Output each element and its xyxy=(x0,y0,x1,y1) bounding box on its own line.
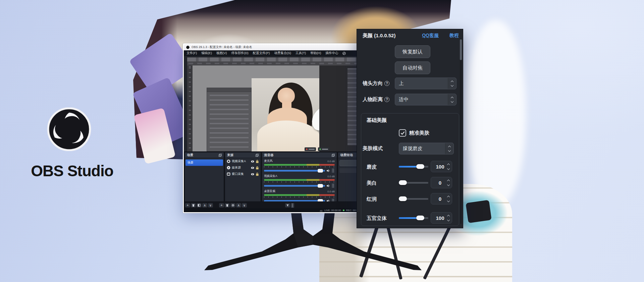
menu-help[interactable]: 帮助(H) xyxy=(310,51,321,55)
select-spinner-icon[interactable] xyxy=(445,143,453,154)
facial-3d-spinbox[interactable]: 100 xyxy=(431,212,452,224)
smoothing-slider[interactable] xyxy=(399,166,428,168)
scene-filters-button[interactable] xyxy=(197,203,202,207)
help-icon[interactable]: ? xyxy=(384,81,389,86)
panel-scrollbar[interactable] xyxy=(460,39,462,224)
meter-ticks xyxy=(264,196,335,198)
scene-down-button[interactable]: ∨ xyxy=(208,203,213,207)
slider-handle[interactable] xyxy=(399,180,407,185)
lens-direction-select[interactable]: 上 xyxy=(395,78,457,89)
precise-skin-label: 精准美肤 xyxy=(409,130,429,136)
eye-icon[interactable] xyxy=(251,166,254,170)
lock-icon[interactable] xyxy=(256,166,259,170)
captured-app-dialog xyxy=(207,88,252,151)
help-icon[interactable]: ? xyxy=(384,97,389,102)
spin-arrows-icon[interactable] xyxy=(447,196,449,202)
captured-app-tab-chip-1 xyxy=(305,147,316,151)
slider-handle[interactable] xyxy=(399,196,407,201)
menu-edit[interactable]: 编辑(E) xyxy=(201,51,212,55)
meter-ticks xyxy=(264,181,335,183)
scrollbar-thumb[interactable] xyxy=(460,39,462,60)
red-dot-icon xyxy=(306,148,308,150)
tutorial-link[interactable]: 教程 xyxy=(449,33,459,39)
mixer-meter: 桌面音频 0.0 dB xyxy=(262,188,337,202)
add-scene-button[interactable]: + xyxy=(185,203,190,207)
mixer-options-icon[interactable] xyxy=(331,183,335,188)
volume-slider[interactable] xyxy=(264,170,325,172)
skin-mode-select[interactable]: 朦胧磨皮 xyxy=(399,143,454,154)
menu-docks[interactable]: 停靠部件(D) xyxy=(231,51,248,55)
smoothing-spinbox[interactable]: 100 xyxy=(431,161,452,172)
spin-arrows-icon[interactable] xyxy=(447,164,449,170)
menu-plugin-center[interactable]: 插件中心 xyxy=(325,51,338,55)
menu-scene-collection[interactable]: 场景集合(S) xyxy=(274,51,291,55)
volume-handle[interactable] xyxy=(318,199,323,202)
spin-arrows-icon[interactable] xyxy=(447,215,449,221)
mixer-filter-button[interactable] xyxy=(285,203,290,207)
volume-slider[interactable] xyxy=(264,200,325,202)
eye-icon[interactable] xyxy=(251,173,254,176)
autofocus-button[interactable]: 自动对焦 xyxy=(395,61,430,74)
obs-preview-area[interactable] xyxy=(184,56,365,151)
mixer-options-icon[interactable] xyxy=(331,198,335,202)
speaker-icon[interactable] xyxy=(326,169,330,173)
add-source-button[interactable]: + xyxy=(219,203,224,207)
whitening-slider[interactable] xyxy=(399,182,428,184)
precise-skin-checkbox[interactable] xyxy=(399,129,406,137)
speaker-icon[interactable] xyxy=(326,184,330,188)
source-row[interactable]: 媒体源 xyxy=(225,164,261,171)
obs-title-bar[interactable]: OBS 29.1.3 - 配置文件: 未命名 - 场景: 未命名 xyxy=(184,44,365,50)
transitions-dock-title: 场景转场 xyxy=(340,153,353,157)
slider-handle[interactable] xyxy=(416,216,424,220)
menu-file[interactable]: 文件(F) xyxy=(186,51,197,55)
spin-arrows-icon[interactable] xyxy=(447,180,449,186)
source-down-button[interactable]: ∨ xyxy=(242,203,247,207)
source-row[interactable]: 视频采集A xyxy=(225,158,261,164)
scene-list-item-selected[interactable]: 场景 xyxy=(185,159,223,166)
beauty-plugin-panel: 美颜 (1.0.0.52) QQ客服 教程 恢复默认 自动对焦 镜头方向 ? 上… xyxy=(357,29,463,228)
rosy-spinbox[interactable]: 0 xyxy=(431,193,452,204)
lock-icon[interactable] xyxy=(256,173,259,176)
scenes-dock: 场景 场景 xyxy=(184,152,224,202)
media-icon xyxy=(227,166,230,170)
mixer-meter: 视频采集A 0.0 dB xyxy=(262,173,337,188)
volume-slider[interactable] xyxy=(264,185,325,187)
captured-app-toolbox xyxy=(187,65,193,151)
dock-panels-icon[interactable] xyxy=(256,154,259,157)
beauty-plugin-icon[interactable] xyxy=(342,52,346,55)
remove-scene-button[interactable] xyxy=(191,203,196,207)
check-icon xyxy=(400,131,405,135)
whitening-spinbox[interactable]: 0 xyxy=(431,177,452,188)
source-row[interactable]: 窗口采集 xyxy=(225,171,261,177)
scene-up-button[interactable]: ∧ xyxy=(202,203,207,207)
lock-icon[interactable] xyxy=(256,160,259,163)
person-distance-select[interactable]: 适中 xyxy=(395,94,457,105)
restore-defaults-button[interactable]: 恢复默认 xyxy=(395,45,430,58)
meter-ticks xyxy=(264,166,335,168)
volume-handle[interactable] xyxy=(318,184,323,188)
menu-profile[interactable]: 配置文件(P) xyxy=(253,51,270,55)
smoothing-label: 磨皮 xyxy=(367,164,377,170)
select-spinner-icon[interactable] xyxy=(448,78,456,89)
dock-panels-icon[interactable] xyxy=(219,154,222,157)
menu-view[interactable]: 视图(V) xyxy=(216,51,227,55)
rosy-slider[interactable] xyxy=(399,198,428,200)
menu-tools[interactable]: 工具(T) xyxy=(296,51,306,55)
qq-support-link[interactable]: QQ客服 xyxy=(422,33,439,39)
source-up-button[interactable]: ∧ xyxy=(236,203,241,207)
facial-3d-slider[interactable] xyxy=(399,217,428,219)
mixer-menu-icon[interactable] xyxy=(291,203,294,208)
slider-handle[interactable] xyxy=(416,164,424,169)
select-spinner-icon[interactable] xyxy=(448,94,456,105)
facial-3d-label: 五官立体 xyxy=(367,215,387,222)
source-properties-button[interactable] xyxy=(230,203,235,207)
eye-icon[interactable] xyxy=(251,160,254,163)
remove-source-button[interactable] xyxy=(225,203,230,207)
dock-panels-icon[interactable] xyxy=(332,154,335,157)
mixer-options-icon[interactable] xyxy=(331,168,335,173)
volume-handle[interactable] xyxy=(318,169,323,173)
rosy-label: 红润 xyxy=(367,196,377,202)
obs-menu-bar: 文件(F) 编辑(E) 视图(V) 停靠部件(D) 配置文件(P) 场景集合(S… xyxy=(184,50,365,56)
speaker-icon[interactable] xyxy=(326,199,330,202)
captured-app-tabstrip xyxy=(187,57,365,61)
